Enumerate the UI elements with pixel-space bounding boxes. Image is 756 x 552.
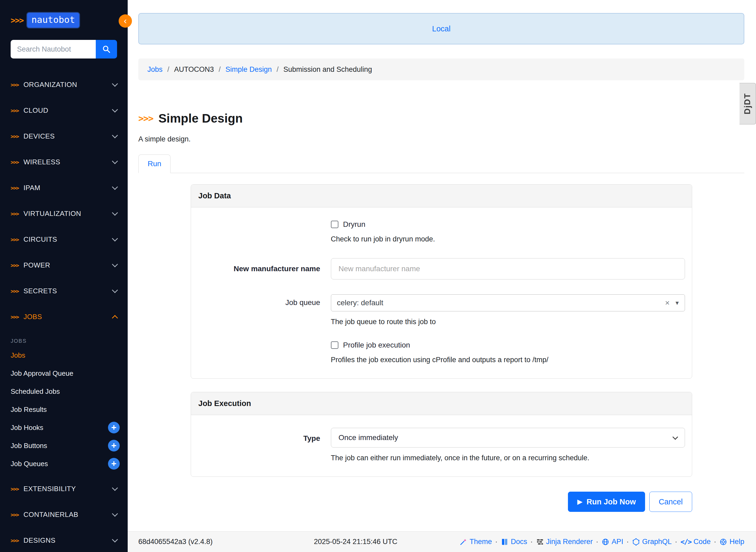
add-job-button-button[interactable]: + bbox=[108, 440, 120, 451]
sidebar-item-job-buttons[interactable]: Job Buttons + bbox=[0, 437, 128, 455]
sidebar-item-job-hooks[interactable]: Job Hooks + bbox=[0, 419, 128, 437]
form-actions: ▶ Run Job Now Cancel bbox=[191, 492, 692, 512]
sidebar-item-wireless[interactable]: >>> WIRELESS bbox=[0, 149, 128, 175]
sidebar-item-cloud[interactable]: >>> CLOUD bbox=[0, 98, 128, 123]
sidebar-item-ipam[interactable]: >>> IPAM bbox=[0, 175, 128, 201]
local-banner-link[interactable]: Local bbox=[432, 24, 450, 33]
sidebar: ‹ >>> nautobot >>> ORGANIZATION >>> bbox=[0, 0, 128, 552]
dryrun-row: Dryrun Check to run job in dryrun mode. bbox=[198, 220, 685, 243]
job-queue-select[interactable]: celery: default × ▾ bbox=[331, 294, 685, 311]
footer-link-jinja-renderer[interactable]: Jinja Renderer bbox=[536, 538, 593, 546]
clear-icon[interactable]: × bbox=[665, 298, 670, 307]
sidebar-nav-bottom: >>> EXTENSIBILITY >>> CONTAINERLAB >>> D… bbox=[0, 476, 128, 552]
type-value: Once immediately bbox=[339, 433, 398, 442]
footer-link-help[interactable]: Help bbox=[719, 538, 744, 546]
footer-link-graphql[interactable]: GraphQL bbox=[632, 538, 672, 546]
prompt-icon: >>> bbox=[11, 262, 19, 269]
footer-link-api[interactable]: API bbox=[602, 538, 623, 546]
dryrun-checkbox[interactable] bbox=[331, 221, 338, 228]
manufacturer-input[interactable] bbox=[331, 258, 685, 279]
breadcrumb-jobs[interactable]: Jobs bbox=[147, 65, 162, 74]
footer-links: Theme · Docs · Jinj bbox=[460, 538, 744, 546]
form-area: Job Data Dryrun Check to run job in dryr… bbox=[191, 184, 692, 512]
run-job-button[interactable]: ▶ Run Job Now bbox=[568, 492, 645, 512]
main: Local Jobs / AUTOCON3 / Simple Design / … bbox=[128, 0, 756, 552]
chevron-down-icon bbox=[112, 132, 118, 138]
page-description: A simple design. bbox=[138, 135, 744, 143]
sidebar-item-job-approval-queue[interactable]: Job Approval Queue bbox=[0, 364, 128, 382]
sidebar-item-extensibility[interactable]: >>> EXTENSIBILITY bbox=[0, 476, 128, 502]
sidebar-item-scheduled-jobs[interactable]: Scheduled Jobs bbox=[0, 382, 128, 400]
chevron-left-icon: ‹ bbox=[124, 16, 127, 25]
sidebar-item-jobs-list[interactable]: Jobs bbox=[0, 346, 128, 364]
profile-row: Profile job execution Profiles the job e… bbox=[198, 341, 685, 364]
footer-link-docs[interactable]: Docs bbox=[501, 538, 527, 546]
jobs-section-header: JOBS bbox=[0, 335, 128, 346]
chevron-down-icon: ▾ bbox=[675, 299, 678, 307]
plus-icon: + bbox=[111, 459, 117, 468]
prompt-icon: >>> bbox=[11, 314, 19, 320]
job-execution-card: Job Execution Type Once immediately The … bbox=[191, 392, 692, 477]
dryrun-checkbox-row[interactable]: Dryrun bbox=[331, 220, 685, 229]
prompt-icon: >>> bbox=[11, 288, 19, 294]
footer-link-theme[interactable]: Theme bbox=[460, 538, 492, 546]
prompt-icon: >>> bbox=[11, 537, 19, 544]
sidebar-item-power[interactable]: >>> POWER bbox=[0, 252, 128, 278]
prompt-icon: >>> bbox=[11, 512, 19, 518]
sidebar-item-containerlab[interactable]: >>> CONTAINERLAB bbox=[0, 502, 128, 528]
add-job-queue-button[interactable]: + bbox=[108, 458, 120, 469]
job-queue-label: Job queue bbox=[198, 294, 320, 326]
breadcrumb-simple-design[interactable]: Simple Design bbox=[226, 65, 272, 74]
cancel-button[interactable]: Cancel bbox=[649, 492, 692, 512]
jinja-icon bbox=[536, 538, 544, 546]
page-title-text: Simple Design bbox=[158, 111, 243, 126]
prompt-icon: >>> bbox=[11, 82, 19, 88]
chevron-down-icon bbox=[112, 81, 118, 87]
chevron-up-icon bbox=[112, 315, 118, 321]
footer-link-code[interactable]: </> Code bbox=[680, 538, 711, 546]
breadcrumb-separator: / bbox=[277, 65, 279, 74]
sidebar-item-jobs[interactable]: >>> JOBS bbox=[0, 304, 128, 330]
breadcrumb-autocon3: AUTOCON3 bbox=[174, 65, 214, 74]
profile-label: Profile job execution bbox=[343, 341, 410, 350]
sidebar-item-job-results[interactable]: Job Results bbox=[0, 400, 128, 419]
profile-checkbox[interactable] bbox=[331, 341, 338, 349]
sidebar-item-virtualization[interactable]: >>> VIRTUALIZATION bbox=[0, 201, 128, 227]
djdt-handle[interactable]: DjDT bbox=[740, 83, 756, 124]
search-input[interactable] bbox=[11, 40, 96, 58]
chevron-down-icon bbox=[112, 287, 118, 293]
type-select[interactable]: Once immediately bbox=[331, 428, 685, 447]
sidebar-item-job-queues[interactable]: Job Queues + bbox=[0, 455, 128, 473]
chevron-down-icon bbox=[672, 434, 678, 439]
job-execution-card-header: Job Execution bbox=[191, 392, 692, 415]
page-title: >>> Simple Design bbox=[138, 111, 744, 126]
chevron-down-icon bbox=[112, 106, 118, 113]
sidebar-item-circuits[interactable]: >>> CIRCUITS bbox=[0, 227, 128, 252]
plus-icon: + bbox=[111, 441, 117, 450]
breadcrumb-separator: / bbox=[219, 65, 221, 74]
sidebar-item-organization[interactable]: >>> ORGANIZATION bbox=[0, 72, 128, 98]
prompt-icon: >>> bbox=[11, 211, 19, 217]
sidebar-nav: >>> ORGANIZATION >>> CLOUD >>> DEVICES >… bbox=[0, 72, 128, 552]
sidebar-item-devices[interactable]: >>> DEVICES bbox=[0, 123, 128, 149]
logo[interactable]: >>> nautobot bbox=[0, 0, 128, 28]
profile-checkbox-row[interactable]: Profile job execution bbox=[331, 341, 685, 350]
type-row: Type Once immediately The job can either… bbox=[198, 428, 685, 462]
footer-separator: · bbox=[626, 538, 629, 546]
chevron-down-icon bbox=[112, 158, 118, 164]
prompt-icon: >>> bbox=[11, 486, 19, 492]
search-button[interactable] bbox=[96, 40, 117, 58]
prompt-icon: >>> bbox=[11, 133, 19, 140]
sidebar-search bbox=[11, 40, 117, 58]
prompt-icon: >>> bbox=[11, 107, 19, 114]
chevron-down-icon bbox=[112, 184, 118, 190]
plus-icon: + bbox=[111, 423, 117, 432]
sidebar-collapse-button[interactable]: ‹ bbox=[119, 14, 132, 28]
tab-run[interactable]: Run bbox=[138, 154, 170, 173]
search-icon bbox=[102, 45, 111, 54]
sidebar-item-secrets[interactable]: >>> SECRETS bbox=[0, 278, 128, 304]
type-help: The job can either run immediately, once… bbox=[331, 454, 685, 462]
prompt-icon: >>> bbox=[11, 185, 19, 191]
add-job-hook-button[interactable]: + bbox=[108, 422, 120, 433]
sidebar-item-designs[interactable]: >>> DESIGNS bbox=[0, 528, 128, 552]
